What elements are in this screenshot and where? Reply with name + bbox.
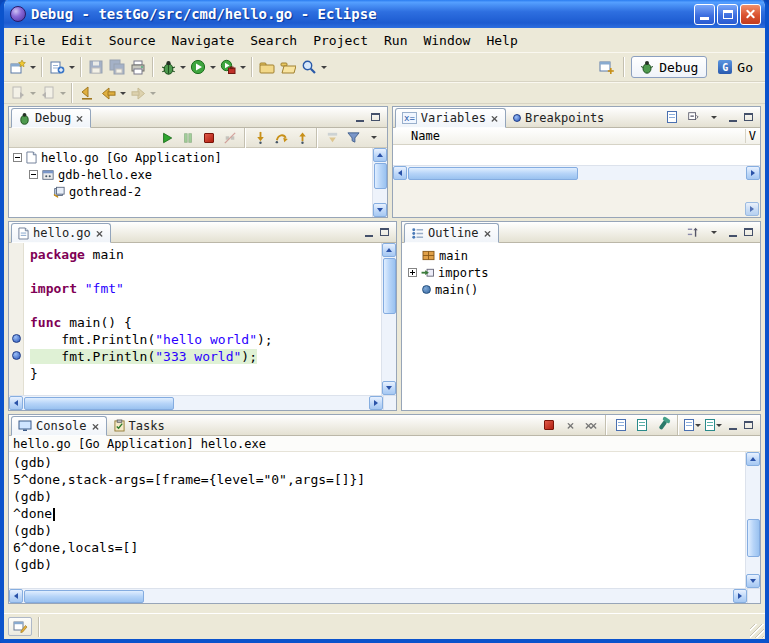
terminate-console-button[interactable] (539, 416, 559, 434)
tab-debug[interactable]: Debug (11, 108, 91, 128)
remove-launch-button[interactable] (560, 416, 580, 434)
variables-table-body[interactable] (393, 145, 760, 165)
clear-console-button[interactable] (611, 416, 631, 434)
scroll-up-button[interactable] (746, 452, 760, 466)
external-tools-button[interactable] (218, 55, 238, 79)
console-text-area[interactable]: (gdb) 5^done,stack-args=[frame={level="0… (9, 452, 745, 588)
collapse-expander-icon[interactable] (29, 170, 38, 179)
debug-view-minimize-icon[interactable] (352, 110, 367, 125)
scroll-down-button[interactable] (746, 574, 760, 588)
tab-variables[interactable]: x= Variables (395, 108, 506, 128)
code-area[interactable]: package main import "fmt" func main() { … (24, 243, 381, 395)
open-resource-button[interactable] (278, 55, 298, 79)
scroll-up-button[interactable] (382, 243, 396, 257)
back-button[interactable] (98, 84, 118, 102)
menu-source[interactable]: Source (101, 31, 164, 50)
perspective-go-button[interactable]: G Go (710, 56, 761, 78)
resume-button[interactable] (157, 129, 177, 147)
previous-annotation-dropdown-icon[interactable] (60, 92, 66, 95)
menu-file[interactable]: File (6, 31, 53, 50)
save-button[interactable] (86, 55, 106, 79)
scroll-right-button[interactable] (369, 396, 383, 410)
scroll-left-button[interactable] (393, 166, 407, 180)
tab-breakpoints[interactable]: Breakpoints (506, 107, 611, 127)
window-close-button[interactable] (740, 4, 761, 25)
title-bar[interactable]: Debug - testGo/src/cmd/hello.go - Eclips… (4, 0, 765, 28)
editor-horizontal-scrollbar[interactable] (9, 395, 383, 410)
console-horizontal-scrollbar[interactable] (9, 588, 747, 603)
variables-horizontal-scrollbar[interactable] (393, 165, 760, 180)
current-instruction-pointer-icon[interactable] (12, 351, 21, 360)
menu-search[interactable]: Search (242, 31, 305, 50)
scroll-thumb[interactable] (24, 590, 144, 603)
pin-console-button[interactable] (653, 416, 673, 434)
editor-annotation-ruler[interactable] (9, 243, 24, 395)
window-minimize-button[interactable] (694, 4, 715, 25)
next-annotation-button[interactable] (8, 84, 28, 102)
scroll-down-button[interactable] (373, 203, 387, 217)
debug-view-menu-button[interactable] (364, 129, 384, 147)
tab-debug-close-icon[interactable] (76, 115, 82, 121)
editor-maximize-icon[interactable] (377, 225, 392, 240)
search-dropdown-icon[interactable] (321, 66, 327, 69)
menu-project[interactable]: Project (305, 31, 376, 50)
tree-row-thread[interactable]: gothread-2 (49, 183, 372, 200)
show-type-names-button[interactable] (662, 108, 682, 126)
scroll-thumb[interactable] (374, 163, 387, 189)
perspective-debug-button[interactable]: Debug (631, 56, 707, 78)
tree-row-launch[interactable]: hello.go [Go Application] (9, 149, 372, 166)
debug-view-maximize-icon[interactable] (368, 110, 383, 125)
drop-to-frame-button[interactable] (322, 129, 342, 147)
outline-minimize-icon[interactable] (725, 225, 740, 240)
scroll-right-button[interactable] (733, 589, 747, 603)
menu-window[interactable]: Window (415, 31, 478, 50)
outline-row-imports[interactable]: imports (418, 264, 760, 281)
window-resize-grip[interactable] (750, 624, 764, 638)
outline-view-menu-button[interactable] (704, 223, 724, 241)
tab-hello-go-close-icon[interactable] (96, 230, 102, 236)
detail-scroll-right-button[interactable] (745, 202, 759, 216)
tab-tasks[interactable]: Tasks (107, 415, 172, 435)
breakpoint-marker-icon[interactable] (12, 334, 21, 343)
tab-outline[interactable]: Outline (404, 223, 499, 243)
scroll-lock-button[interactable] (632, 416, 652, 434)
debug-dropdown-icon[interactable] (180, 66, 186, 69)
scroll-thumb[interactable] (408, 167, 578, 180)
tab-hello-go[interactable]: hello.go (11, 223, 111, 243)
new-wizard-dropdown-icon[interactable] (30, 66, 36, 69)
terminate-button[interactable] (199, 129, 219, 147)
search-button[interactable] (299, 55, 319, 79)
back-dropdown-icon[interactable] (120, 92, 126, 95)
tab-console-close-icon[interactable] (92, 423, 98, 429)
open-perspective-button[interactable] (597, 55, 617, 79)
menu-navigate[interactable]: Navigate (164, 31, 243, 50)
console-maximize-icon[interactable] (741, 418, 756, 433)
scroll-right-button[interactable] (746, 166, 760, 180)
scroll-down-button[interactable] (382, 381, 396, 395)
save-all-button[interactable] (107, 55, 127, 79)
collapse-all-button[interactable] (683, 108, 703, 126)
editor-minimize-icon[interactable] (361, 225, 376, 240)
forward-button[interactable] (128, 84, 148, 102)
last-edit-location-button[interactable] (77, 84, 97, 102)
window-maximize-button[interactable] (717, 4, 738, 25)
outline-maximize-icon[interactable] (741, 225, 756, 240)
new-go-element-button[interactable] (47, 55, 67, 79)
tab-console[interactable]: Console (11, 416, 107, 436)
step-return-button[interactable] (292, 129, 312, 147)
tab-variables-close-icon[interactable] (491, 115, 497, 121)
scroll-thumb[interactable] (24, 397, 174, 410)
new-wizard-button[interactable] (8, 55, 28, 79)
external-tools-dropdown-icon[interactable] (240, 66, 246, 69)
menu-edit[interactable]: Edit (53, 31, 100, 50)
disconnect-button[interactable] (220, 129, 240, 147)
display-selected-console-button[interactable] (683, 416, 703, 434)
step-into-button[interactable] (250, 129, 270, 147)
tab-outline-close-icon[interactable] (484, 230, 490, 236)
run-button[interactable] (188, 55, 208, 79)
outline-row-main-func[interactable]: main() (418, 281, 760, 298)
variables-detail-pane[interactable] (393, 180, 760, 217)
debug-launch-tree[interactable]: hello.go [Go Application] gdb-hello.exe … (9, 148, 372, 217)
editor-vertical-scrollbar[interactable] (381, 243, 396, 395)
open-folder-button[interactable] (257, 55, 277, 79)
